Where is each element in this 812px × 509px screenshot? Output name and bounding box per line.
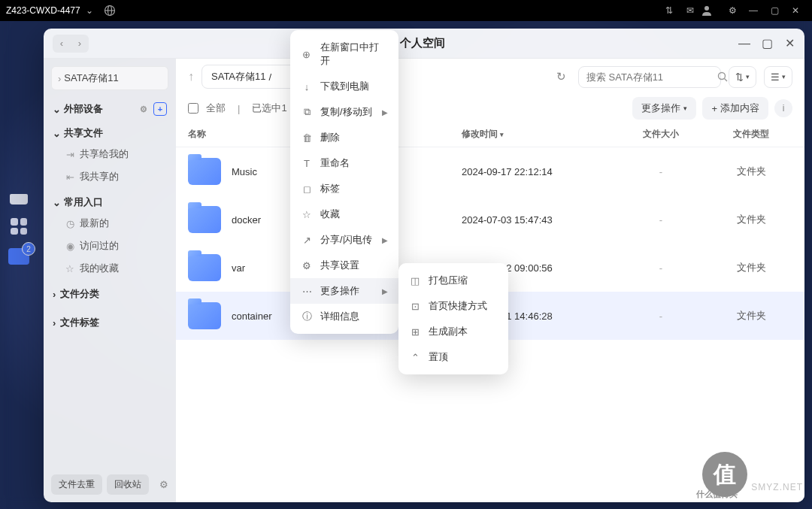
sidebar-settings-icon[interactable]: ⚙ (159, 479, 168, 490)
sidebar-item-recent[interactable]: ◷最新的 (44, 212, 176, 235)
dock-apps-icon[interactable] (11, 218, 27, 235)
chevron-down-icon: ⌄ (86, 5, 93, 16)
nav-forward-button[interactable]: › (71, 35, 89, 53)
menu-item-label: 重命名 (320, 156, 350, 170)
context-menu-item[interactable]: ⌃置顶 (398, 344, 508, 370)
menu-item-icon: T (301, 158, 313, 169)
dock-files-icon[interactable] (8, 248, 29, 265)
trash-button[interactable]: 回收站 (107, 474, 149, 495)
context-menu-item[interactable]: ⊡首页快捷方式 (398, 293, 508, 319)
table-row[interactable]: Music 2024-09-17 22:12:14 - 文件夹 (176, 147, 804, 195)
folder-icon (188, 254, 221, 281)
user-icon[interactable] (701, 5, 722, 17)
sort-button[interactable]: ⇅▾ (729, 66, 756, 88)
window-title: 个人空间 (400, 36, 445, 50)
table-header: 名称 修改时间▾ 文件大小 文件类型 (176, 122, 804, 147)
sidebar-section-quick[interactable]: ⌄ 常用入口 (44, 188, 176, 212)
menu-item-icon: ⧉ (301, 106, 313, 118)
file-size: - (612, 214, 710, 226)
plus-icon: + (711, 103, 717, 114)
menu-item-label: 下载到电脑 (320, 80, 369, 93)
gear-icon[interactable]: ⚙ (137, 102, 150, 116)
select-all-checkbox[interactable] (188, 103, 198, 114)
context-menu-item[interactable]: ◻标签 (290, 176, 398, 201)
share-out-icon: ⇤ (65, 171, 75, 183)
gear-icon[interactable]: ⚙ (722, 5, 743, 16)
menu-item-icon: ⚙ (301, 260, 313, 271)
add-content-button[interactable]: +添加内容 (702, 97, 768, 120)
hostname-menu[interactable]: Z423-CWXD-4477 ⌄ (6, 5, 93, 16)
more-actions-button[interactable]: 更多操作▾ (632, 97, 696, 120)
menu-item-label: 分享/闪电传 (320, 233, 372, 247)
context-menu-item[interactable]: ⋯更多操作▶ (290, 278, 398, 304)
sidebar-storage-selector[interactable]: › SATA存储11 (51, 66, 168, 90)
os-top-bar: Z423-CWXD-4477 ⌄ ⇅ ✉ ⚙ — ▢ ✕ (0, 0, 812, 21)
sidebar-section-category[interactable]: › 文件分类 (44, 280, 176, 308)
sidebar-section-tags[interactable]: › 文件标签 (44, 308, 176, 337)
col-type[interactable]: 文件类型 (710, 128, 792, 141)
context-menu-item[interactable]: ⚙共享设置 (290, 253, 398, 278)
watermark-badge: 值 什么值得买 (702, 452, 747, 497)
col-mtime[interactable]: 修改时间▾ (462, 128, 612, 141)
chevron-right-icon: › (53, 289, 56, 300)
sidebar-item-favorites[interactable]: ☆我的收藏 (44, 257, 176, 280)
menu-item-label: 生成副本 (429, 325, 468, 338)
context-menu-item[interactable]: ◫打包压缩 (398, 268, 508, 293)
list-icon: ☰ (771, 71, 780, 83)
window-maximize-button[interactable]: ▢ (761, 38, 773, 50)
menu-item-icon: ⓘ (301, 310, 313, 323)
context-menu-item[interactable]: ⊕在新窗口中打开 (290, 35, 398, 74)
select-all-label: 全部 (206, 101, 226, 115)
window-close-button[interactable]: ✕ (783, 38, 795, 50)
sidebar-item-shared-with-me[interactable]: ⇥共享给我的 (44, 143, 176, 165)
sidebar-section-external[interactable]: ⌄ 外部设备 ⚙ + (44, 95, 176, 119)
view-mode-button[interactable]: ☰▾ (764, 66, 792, 88)
search-input[interactable] (586, 71, 713, 83)
sidebar-item-visited[interactable]: ◉访问过的 (44, 235, 176, 257)
os-maximize-icon[interactable]: ▢ (764, 5, 785, 16)
window-minimize-button[interactable]: — (738, 38, 750, 50)
sidebar-item-shared-by-me[interactable]: ⇤我共享的 (44, 165, 176, 188)
sidebar-section-shared[interactable]: ⌄ 共享文件 (44, 119, 176, 143)
context-menu-item[interactable]: ↗分享/闪电传▶ (290, 227, 398, 253)
menu-item-label: 复制/移动到 (320, 105, 372, 119)
file-name: var (232, 262, 245, 274)
info-button[interactable]: i (774, 99, 792, 117)
table-row[interactable]: docker 2024-07-03 15:47:43 - 文件夹 (176, 195, 804, 244)
search-icon[interactable] (717, 71, 728, 82)
chevron-right-icon: › (53, 317, 56, 329)
menu-item-icon: ◫ (409, 275, 421, 286)
os-close-icon[interactable]: ✕ (785, 5, 806, 16)
context-menu-item[interactable]: ⊞生成副本 (398, 319, 508, 344)
context-menu-item[interactable]: T重命名 (290, 150, 398, 176)
context-menu-item[interactable]: ☆收藏 (290, 201, 398, 227)
chevron-right-icon: › (58, 73, 61, 84)
nav-buttons: ‹ › (53, 35, 89, 53)
context-menu-item[interactable]: ↓下载到电脑 (290, 74, 398, 99)
refresh-button[interactable]: ↻ (552, 70, 571, 83)
nav-back-button[interactable]: ‹ (53, 35, 71, 53)
globe-icon[interactable] (104, 5, 125, 17)
file-name: Music (232, 166, 257, 177)
col-size[interactable]: 文件大小 (612, 128, 710, 141)
menu-item-label: 更多操作 (320, 284, 359, 298)
add-device-button[interactable]: + (153, 102, 167, 116)
up-folder-button[interactable]: ↑ (188, 70, 194, 83)
dock-storage-icon[interactable] (10, 194, 28, 205)
search-box[interactable] (578, 66, 721, 88)
selection-count: 已选中1 | (252, 101, 292, 115)
transfer-icon[interactable]: ⇅ (659, 5, 680, 16)
file-type: 文件夹 (710, 309, 792, 323)
chevron-right-icon: ▶ (382, 236, 388, 244)
mail-icon[interactable]: ✉ (680, 5, 701, 16)
context-menu-item[interactable]: ⧉复制/移动到▶ (290, 99, 398, 125)
dedup-button[interactable]: 文件去重 (51, 474, 102, 495)
share-in-icon: ⇥ (65, 149, 75, 160)
os-minimize-icon[interactable]: — (743, 5, 764, 16)
file-size: - (612, 262, 710, 274)
breadcrumb-label: SATA存储11 (211, 70, 265, 83)
watermark-site: SMYZ.NET (751, 482, 803, 492)
context-menu-item[interactable]: 🗑删除 (290, 125, 398, 150)
context-menu-item[interactable]: ⓘ详细信息 (290, 304, 398, 329)
file-mtime: 2024-09-17 22:12:14 (462, 166, 612, 177)
